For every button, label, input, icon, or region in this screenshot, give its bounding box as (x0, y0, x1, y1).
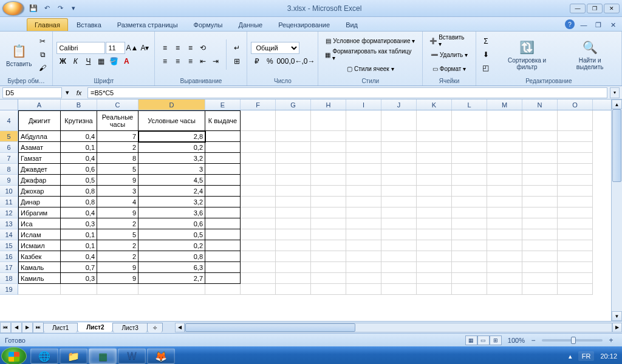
cells-grid[interactable]: ДжигитКрутизнаРеальные часыУсловные часы… (18, 110, 593, 295)
cell-C10[interactable]: 3 (97, 186, 138, 197)
cell-H8[interactable] (311, 164, 346, 175)
help-icon[interactable]: ? (565, 19, 575, 29)
bold-icon[interactable]: Ж (56, 55, 69, 67)
cell-C16[interactable]: 2 (97, 251, 138, 262)
cell-J4[interactable] (381, 110, 417, 131)
column-header-B[interactable]: B (61, 99, 97, 110)
column-header-A[interactable]: A (18, 99, 61, 110)
clear-icon[interactable]: ◰ (480, 62, 492, 74)
cell-O6[interactable] (558, 142, 593, 153)
taskbar-explorer-icon[interactable]: 📁 (60, 348, 87, 364)
cell-E7[interactable] (205, 153, 241, 164)
cell-A12[interactable]: Ибрагим (18, 207, 61, 218)
cell-K8[interactable] (417, 164, 452, 175)
format-as-table-button[interactable]: ▦Форматировать как таблицу ▾ (322, 49, 419, 61)
cell-G16[interactable] (276, 251, 311, 262)
cell-D16[interactable]: 0,8 (138, 251, 205, 262)
row-header-6[interactable]: 6 (0, 142, 18, 153)
cell-K17[interactable] (417, 262, 452, 273)
cell-D10[interactable]: 2,4 (138, 186, 205, 197)
cell-D4[interactable]: Условные часы (138, 110, 205, 131)
cell-A5[interactable]: Абдулла (18, 131, 61, 142)
cell-C11[interactable]: 4 (97, 197, 138, 207)
cell-C7[interactable]: 8 (97, 153, 138, 164)
view-page-layout-button[interactable]: ▭ (477, 335, 490, 345)
cell-C5[interactable]: 7 (97, 131, 138, 142)
cell-N13[interactable] (522, 218, 558, 229)
cell-N12[interactable] (522, 207, 558, 218)
cell-J7[interactable] (381, 153, 417, 164)
cut-icon[interactable]: ✂ (36, 35, 49, 47)
cell-K6[interactable] (417, 142, 452, 153)
tray-clock[interactable]: 20:12 (600, 352, 617, 360)
cell-D15[interactable]: 0,2 (138, 240, 205, 251)
cell-E12[interactable] (205, 207, 241, 218)
orientation-icon[interactable]: ⟲ (197, 42, 209, 54)
cell-N8[interactable] (522, 164, 558, 175)
cell-F5[interactable] (241, 131, 276, 142)
cell-L6[interactable] (452, 142, 487, 153)
cell-O10[interactable] (558, 186, 593, 197)
column-header-M[interactable]: M (487, 99, 522, 110)
horizontal-scrollbar[interactable]: ◀ ▶ (175, 323, 622, 332)
cell-K5[interactable] (417, 131, 452, 142)
cell-A10[interactable]: Джохар (18, 186, 61, 197)
cell-F17[interactable] (241, 262, 276, 273)
cell-O18[interactable] (558, 273, 593, 284)
cell-D18[interactable]: 2,7 (138, 273, 205, 284)
cell-F9[interactable] (241, 175, 276, 186)
tab-formulas[interactable]: Формулы (186, 19, 230, 31)
view-normal-button[interactable]: ▦ (465, 335, 477, 345)
cell-F10[interactable] (241, 186, 276, 197)
column-header-O[interactable]: O (558, 99, 593, 110)
cell-A16[interactable]: Казбек (18, 251, 61, 262)
cell-L5[interactable] (452, 131, 487, 142)
tray-show-hidden-icon[interactable]: ▴ (569, 352, 572, 360)
cell-I10[interactable] (346, 186, 381, 197)
doc-restore-button[interactable]: ❐ (593, 19, 604, 30)
cell-N11[interactable] (522, 197, 558, 207)
cell-M4[interactable] (487, 110, 522, 131)
cell-H4[interactable] (311, 110, 346, 131)
cell-D11[interactable]: 3,2 (138, 197, 205, 207)
cell-A9[interactable]: Джафар (18, 175, 61, 186)
cell-I18[interactable] (346, 273, 381, 284)
cell-N16[interactable] (522, 251, 558, 262)
cell-L14[interactable] (452, 229, 487, 240)
row-header-17[interactable]: 17 (0, 262, 18, 273)
fill-icon[interactable]: ⬇ (480, 49, 492, 61)
cell-I11[interactable] (346, 197, 381, 207)
select-all-button[interactable] (0, 99, 18, 110)
tab-nav-next[interactable]: ▶ (22, 322, 33, 333)
scroll-down-button[interactable]: ▼ (612, 311, 622, 321)
cell-F19[interactable] (241, 284, 276, 295)
cell-H16[interactable] (311, 251, 346, 262)
formula-bar-expand[interactable]: ▾ (610, 87, 620, 98)
cell-O8[interactable] (558, 164, 593, 175)
cell-H10[interactable] (311, 186, 346, 197)
cell-H11[interactable] (311, 197, 346, 207)
cell-I7[interactable] (346, 153, 381, 164)
underline-icon[interactable]: Ч (82, 55, 94, 67)
row-header-5[interactable]: 5 (0, 131, 18, 142)
cell-B19[interactable] (61, 284, 97, 295)
cell-L11[interactable] (452, 197, 487, 207)
zoom-in-button[interactable]: + (605, 334, 617, 346)
cell-J11[interactable] (381, 197, 417, 207)
row-header-4[interactable]: 4 (0, 110, 18, 131)
cell-H12[interactable] (311, 207, 346, 218)
scroll-left-button[interactable]: ◀ (175, 323, 185, 332)
cell-N5[interactable] (522, 131, 558, 142)
comma-icon[interactable]: 000 (276, 55, 289, 67)
cell-K9[interactable] (417, 175, 452, 186)
cell-B10[interactable]: 0,8 (61, 186, 97, 197)
tab-data[interactable]: Данные (231, 19, 270, 31)
tab-nav-last[interactable]: ⏭ (33, 322, 44, 333)
cell-B6[interactable]: 0,1 (61, 142, 97, 153)
cell-N9[interactable] (522, 175, 558, 186)
zoom-slider[interactable] (542, 339, 603, 342)
cell-I9[interactable] (346, 175, 381, 186)
cell-styles-button[interactable]: ▢Стили ячеек ▾ (322, 62, 419, 75)
cell-N6[interactable] (522, 142, 558, 153)
close-button[interactable]: ✕ (604, 4, 620, 13)
